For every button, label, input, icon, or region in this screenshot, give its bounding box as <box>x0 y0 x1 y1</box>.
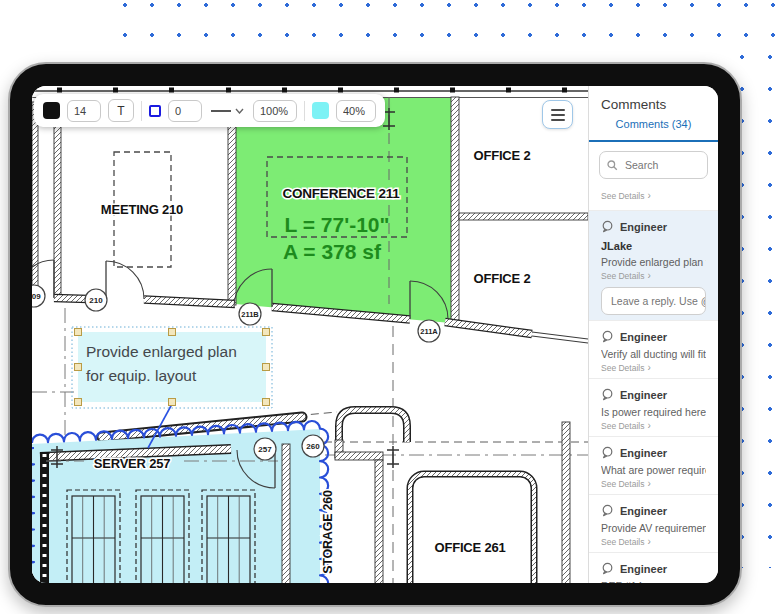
comment-role: Engineer <box>620 447 667 459</box>
chevron-down-icon <box>235 108 244 114</box>
comment-item[interactable]: Engineer JLake Provide enlarged plan for… <box>589 211 718 321</box>
comment-text: Provide enlarged plan for equ <box>601 256 706 268</box>
fill-color-swatch[interactable] <box>312 102 329 119</box>
svg-text:209: 209 <box>32 292 41 301</box>
room-label-server: SERVER 257 <box>94 456 171 471</box>
svg-text:211B: 211B <box>241 310 259 319</box>
comment-bubble-icon <box>601 446 614 459</box>
see-details-link[interactable]: See Details› <box>589 188 718 211</box>
room-label-storage: STORAGE 260 <box>321 490 335 574</box>
conference-length: L = 77'-10" <box>284 213 389 236</box>
conference-area: A = 378 sf <box>283 240 382 263</box>
comment-author: JLake <box>601 240 706 252</box>
decor-dots-top <box>112 0 776 48</box>
see-details-link[interactable]: See Details› <box>601 270 706 281</box>
room-label-office-mid: OFFICE 2 <box>474 271 531 286</box>
line-style-select[interactable] <box>209 108 246 114</box>
see-details-link[interactable]: See Details› <box>601 420 706 431</box>
reply-input[interactable] <box>609 294 706 308</box>
room-label-conference: CONFERENCE 211 <box>282 186 400 201</box>
comment-role: Engineer <box>620 563 667 575</box>
annotation-text-line2: for equip. layout <box>86 367 197 384</box>
tablet-frame: MEETING 210 CONFERENCE 211 L = 77'-10" A… <box>8 62 742 607</box>
opacity-input[interactable] <box>253 100 297 122</box>
comment-bubble-icon <box>601 388 614 401</box>
comment-bubble-icon <box>601 562 614 575</box>
search-box[interactable] <box>599 151 708 179</box>
decor-dots-right <box>736 48 776 568</box>
svg-text:211A: 211A <box>420 327 438 336</box>
comment-text: Verify all ducting will fit in thi <box>601 348 706 360</box>
hamburger-icon <box>551 109 565 111</box>
comment-bubble-icon <box>601 220 614 233</box>
tab-comments[interactable]: Comments (34) <box>589 118 718 142</box>
toolbar-divider <box>141 101 142 121</box>
comment-text: What are power requirement <box>601 464 706 476</box>
text-tool-button[interactable]: T <box>108 99 134 122</box>
comments-panel: Comments Comments (34) See Details› <box>588 86 718 583</box>
room-label-office-261: OFFICE 261 <box>435 540 506 555</box>
see-details-link[interactable]: See Details› <box>601 478 706 489</box>
conference-highlight[interactable] <box>235 97 451 323</box>
page: MEETING 210 CONFERENCE 211 L = 77'-10" A… <box>0 0 776 614</box>
text-color-swatch[interactable] <box>43 102 60 119</box>
comment-role: Engineer <box>620 331 667 343</box>
annotation-text-line1: Provide enlarged plan <box>86 343 237 360</box>
comment-bubble-icon <box>601 504 614 517</box>
chevron-right-icon: › <box>647 362 650 373</box>
svg-text:257: 257 <box>258 445 272 454</box>
search-input[interactable] <box>623 158 700 172</box>
toolbar-divider <box>304 101 305 121</box>
app-screen: MEETING 210 CONFERENCE 211 L = 77'-10" A… <box>32 86 718 583</box>
comment-item[interactable]: Engineer REF #14 <box>589 553 718 583</box>
comment-role: Engineer <box>620 389 667 401</box>
fill-opacity-input[interactable] <box>336 100 376 122</box>
comment-item[interactable]: Engineer Verify all ducting will fit in … <box>589 321 718 379</box>
reply-box[interactable] <box>601 287 706 315</box>
room-label-office-top: OFFICE 2 <box>474 148 531 163</box>
stroke-width-input[interactable] <box>168 100 202 122</box>
comment-bubble-icon <box>601 330 614 343</box>
comment-role: Engineer <box>620 505 667 517</box>
search-icon <box>607 160 618 171</box>
comment-text: REF #14 <box>601 580 706 583</box>
svg-text:260: 260 <box>306 442 320 451</box>
line-style-icon <box>211 110 231 112</box>
stroke-color-swatch[interactable] <box>149 105 161 117</box>
comment-item[interactable]: Engineer What are power requirement See … <box>589 437 718 495</box>
font-size-input[interactable] <box>67 100 101 122</box>
room-label-meeting: MEETING 210 <box>101 202 183 217</box>
chevron-right-icon: › <box>647 190 650 201</box>
chevron-right-icon: › <box>647 270 650 281</box>
floor-plan[interactable]: MEETING 210 CONFERENCE 211 L = 77'-10" A… <box>32 86 588 583</box>
comment-text: Provide AV requirements for <box>601 522 706 534</box>
see-details-link[interactable]: See Details› <box>601 362 706 373</box>
see-details-link[interactable]: See Details› <box>601 536 706 547</box>
comment-item[interactable]: Engineer Is power required here? See Det… <box>589 379 718 437</box>
comment-text: Is power required here? <box>601 406 706 418</box>
comment-item[interactable]: Engineer Provide AV requirements for See… <box>589 495 718 553</box>
svg-text:210: 210 <box>89 296 103 305</box>
chevron-right-icon: › <box>647 478 650 489</box>
panel-title: Comments <box>589 86 718 118</box>
comment-role: Engineer <box>620 221 667 233</box>
annotation-toolbar: T <box>34 94 385 127</box>
menu-button[interactable] <box>542 100 573 129</box>
chevron-right-icon: › <box>647 420 650 431</box>
chevron-right-icon: › <box>647 536 650 547</box>
